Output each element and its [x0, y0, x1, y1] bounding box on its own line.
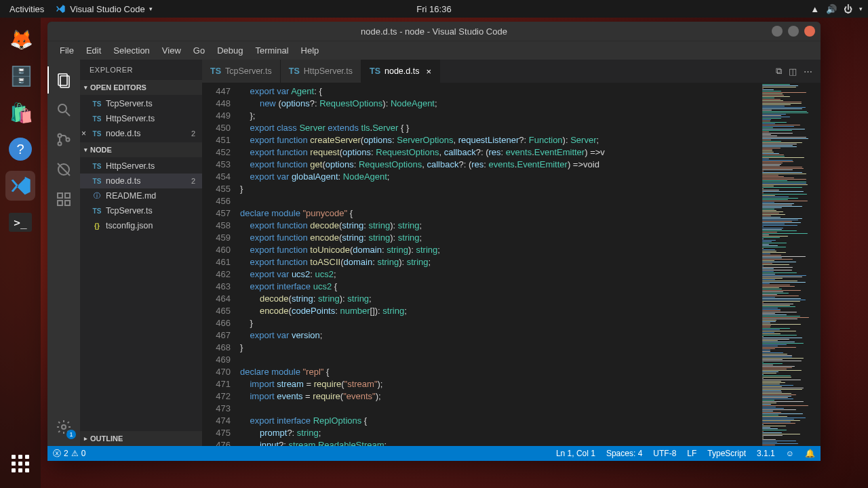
status-bell-icon[interactable]: 🔔 — [800, 449, 821, 458]
typescript-icon: TS — [92, 99, 102, 108]
file-node-d-ts[interactable]: TSnode.d.ts2 — [80, 174, 202, 188]
tab-bar: TSTcpServer.tsTSHttpServer.tsTSnode.d.ts… — [202, 60, 821, 83]
svg-point-4 — [58, 134, 62, 138]
split-editor-icon[interactable]: ◫ — [789, 66, 797, 77]
error-icon: ⓧ — [53, 448, 61, 460]
status-indent[interactable]: Spaces: 4 — [601, 449, 648, 458]
menu-go[interactable]: Go — [188, 44, 210, 57]
code-content[interactable]: export var Agent: { new (options?: Reque… — [240, 83, 760, 446]
svg-line-3 — [66, 112, 70, 116]
tab-httpserver-ts[interactable]: TSHttpServer.ts — [281, 60, 361, 83]
svg-rect-10 — [58, 201, 62, 205]
file-label: TcpServer.ts — [106, 206, 153, 216]
file-label: node.d.ts — [106, 176, 140, 186]
close-button[interactable] — [804, 26, 815, 37]
file-tsconfig-json[interactable]: {}tsconfig.json — [80, 218, 202, 233]
clock[interactable]: Fri 16:36 — [416, 4, 451, 14]
settings-badge: 1 — [66, 430, 76, 439]
activity-search[interactable] — [47, 95, 80, 125]
file-label: TcpServer.ts — [106, 99, 153, 108]
tab-tcpserver-ts[interactable]: TSTcpServer.ts — [202, 60, 281, 83]
activity-extensions[interactable] — [47, 184, 80, 214]
status-bar: ⓧ2 ⚠0 Ln 1, Col 1 Spaces: 4 UTF-8 LF Typ… — [47, 446, 821, 461]
tab-node-d-ts[interactable]: TSnode.d.ts× — [361, 60, 440, 83]
typescript-icon: TS — [210, 66, 221, 76]
typescript-icon: TS — [92, 129, 102, 138]
file-httpserver-ts[interactable]: TSHttpServer.ts — [80, 159, 202, 174]
chevron-down-icon: ▾ — [859, 5, 863, 12]
warning-icon: ⚠ — [71, 449, 79, 458]
minimap[interactable] — [760, 83, 821, 446]
json-icon: {} — [92, 221, 102, 230]
vscode-icon — [55, 3, 66, 14]
status-problems[interactable]: ⓧ2 ⚠0 — [47, 448, 91, 460]
svg-point-6 — [66, 138, 70, 142]
app-menu[interactable]: Visual Studio Code ▾ — [48, 3, 159, 14]
dock-show-apps[interactable] — [5, 449, 35, 479]
compare-icon[interactable]: ⧉ — [776, 66, 782, 77]
open-editor-node-d-ts[interactable]: ×TSnode.d.ts2 — [80, 126, 202, 141]
network-icon[interactable]: ▲ — [810, 4, 819, 14]
system-tray[interactable]: ▲ 🔊 ⏻ ▾ — [810, 4, 863, 14]
activity-debug[interactable] — [47, 155, 80, 184]
chevron-right-icon: ▸ — [84, 435, 87, 442]
dock-help[interactable]: ? — [5, 134, 35, 164]
typescript-icon: TS — [92, 114, 102, 123]
menu-view[interactable]: View — [157, 44, 186, 57]
menu-file[interactable]: File — [54, 44, 79, 57]
editor-actions: ⧉ ◫ ⋯ — [768, 60, 821, 83]
status-feedback-icon[interactable]: ☺ — [781, 449, 800, 458]
file-tcpserver-ts[interactable]: TSTcpServer.ts — [80, 203, 202, 218]
sidebar-title: EXPLORER — [80, 60, 202, 80]
problem-badge: 2 — [191, 177, 195, 185]
open-editor-tcpserver-ts[interactable]: TSTcpServer.ts — [80, 96, 202, 111]
dock-software[interactable]: 🛍️ — [5, 98, 35, 127]
svg-rect-11 — [65, 201, 70, 205]
status-position[interactable]: Ln 1, Col 1 — [551, 449, 601, 458]
activity-explorer[interactable] — [47, 65, 80, 95]
maximize-button[interactable] — [788, 26, 799, 37]
file-label: node.d.ts — [106, 129, 140, 138]
power-icon[interactable]: ⏻ — [844, 4, 852, 14]
window-title: node.d.ts - node - Visual Studio Code — [361, 26, 507, 37]
dock-files[interactable]: 🗄️ — [5, 61, 35, 91]
menu-terminal[interactable]: Terminal — [250, 44, 294, 57]
status-eol[interactable]: LF — [682, 449, 702, 458]
info-icon: ⓘ — [92, 191, 102, 201]
section-open-editors[interactable]: ▾OPEN EDITORS — [80, 80, 202, 95]
svg-rect-12 — [65, 193, 70, 198]
menu-selection[interactable]: Selection — [108, 44, 155, 57]
status-language[interactable]: TypeScript — [702, 449, 751, 458]
activity-settings[interactable]: 1 — [47, 412, 80, 442]
code-editor[interactable]: 4474484494504514524534544554564574584594… — [202, 83, 821, 446]
close-icon[interactable]: × — [81, 129, 86, 138]
status-encoding[interactable]: UTF-8 — [648, 449, 682, 458]
file-readme-md[interactable]: ⓘREADME.md — [80, 188, 202, 203]
menu-help[interactable]: Help — [296, 44, 325, 57]
menu-edit[interactable]: Edit — [81, 44, 106, 57]
activity-scm[interactable] — [47, 125, 80, 155]
section-outline[interactable]: ▸OUTLINE — [80, 431, 202, 446]
app-menu-label: Visual Studio Code — [70, 4, 144, 14]
titlebar[interactable]: node.d.ts - node - Visual Studio Code — [47, 22, 821, 41]
dock: 🦊 🗄️ 🛍️ ? >_ — [0, 18, 41, 488]
svg-rect-9 — [58, 193, 62, 198]
sound-icon[interactable]: 🔊 — [826, 4, 837, 14]
dock-terminal[interactable]: >_ — [5, 207, 35, 237]
typescript-icon: TS — [289, 66, 300, 76]
minimize-button[interactable] — [772, 26, 783, 37]
activities-button[interactable]: Activities — [5, 4, 48, 14]
vscode-window: node.d.ts - node - Visual Studio Code Fi… — [47, 22, 821, 461]
dock-vscode[interactable] — [5, 171, 35, 201]
close-icon[interactable]: × — [426, 66, 431, 77]
open-editor-httpserver-ts[interactable]: TSHttpServer.ts — [80, 111, 202, 126]
status-ts-version[interactable]: 3.1.1 — [751, 449, 781, 458]
more-icon[interactable]: ⋯ — [804, 66, 812, 77]
section-workspace[interactable]: ▾NODE — [80, 142, 202, 157]
svg-point-5 — [58, 142, 62, 146]
dock-firefox[interactable]: 🦊 — [5, 24, 35, 54]
gnome-top-bar: Activities Visual Studio Code ▾ Fri 16:3… — [0, 0, 868, 18]
tab-label: node.d.ts — [384, 66, 419, 76]
svg-point-2 — [58, 104, 66, 113]
menu-debug[interactable]: Debug — [212, 44, 248, 57]
